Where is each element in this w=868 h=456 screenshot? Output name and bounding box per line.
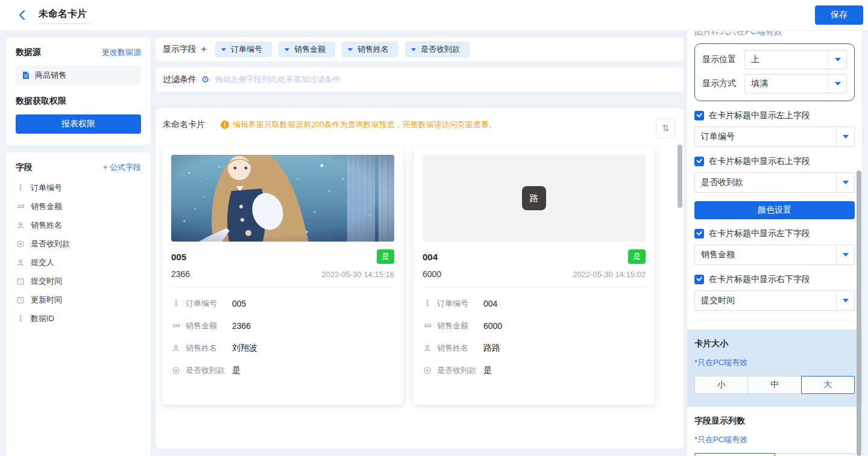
page-title[interactable]: 未命名卡片 <box>39 7 89 24</box>
select-value: 销售金额 <box>701 249 735 260</box>
card-subtitle: 6000 <box>423 269 441 279</box>
avatar-tile: 路 <box>522 186 546 210</box>
card-datetime: 2022-05-30 14:15:02 <box>573 270 646 279</box>
preview-title: 未命名卡片 <box>163 119 205 130</box>
datasource-item[interactable]: 商品销售 <box>16 66 141 85</box>
card-size-heading: 卡片大小 <box>694 339 855 349</box>
data-card[interactable]: 路 004 是 6000 2022-05-30 14:15:02 I订单编号 0… <box>414 146 655 405</box>
field-item[interactable]: 是否收到款 <box>16 234 141 253</box>
field-chip[interactable]: 销售金额 <box>278 42 335 57</box>
toggle-bottom-left-field[interactable]: 在卡片标题中显示左下字段 <box>694 228 855 239</box>
toggle-top-left-field[interactable]: 在卡片标题中显示左上字段 <box>694 110 855 121</box>
user-field-icon <box>171 345 181 352</box>
add-display-field-icon[interactable]: + <box>201 43 207 55</box>
gear-icon[interactable]: ⚙ <box>201 74 209 85</box>
chip-label: 销售金额 <box>294 44 326 55</box>
svg-text:7: 7 <box>19 299 22 302</box>
field-label: 数据ID <box>31 313 54 324</box>
select-value: 填满 <box>751 78 768 89</box>
card-field-value: 2366 <box>232 321 251 331</box>
report-permission-button[interactable]: 报表权限 <box>16 114 141 134</box>
display-position-select[interactable]: 上 <box>744 50 847 69</box>
number-field-icon: 123 <box>171 323 181 328</box>
checkbox-label: 在卡片标题中显示右下字段 <box>709 274 810 285</box>
card-field-value: 6000 <box>483 321 502 331</box>
select-value: 订单编号 <box>701 131 735 142</box>
top-left-field-select[interactable]: 订单编号 <box>694 126 855 147</box>
field-item[interactable]: 123 销售金额 <box>16 197 141 216</box>
field-chip[interactable]: 订单编号 <box>215 42 272 57</box>
field-label: 提交人 <box>31 257 54 268</box>
field-item[interactable]: 7 提交时间 <box>16 272 141 290</box>
settings-sidebar: 图片样式只在PC端有效 显示位置 上 显示方式 填满 在卡片标题中显示左上字段 <box>687 30 862 456</box>
field-item[interactable]: I 订单编号 <box>16 178 141 197</box>
back-icon[interactable] <box>16 9 28 21</box>
settings-scrollbar[interactable] <box>857 170 861 456</box>
field-item[interactable]: 7 更新时间 <box>16 290 141 309</box>
calendar-field-icon: 7 <box>16 278 25 285</box>
card-field-row: 销售姓名 刘翔波 <box>171 337 394 359</box>
divider <box>423 287 646 288</box>
chevron-down-icon <box>836 127 854 146</box>
field-columns-note: *只在PC端有效 <box>694 434 855 445</box>
top-bar: 未命名卡片 保存 <box>0 0 868 30</box>
card-field-value: 刘翔波 <box>232 343 257 354</box>
card-preview-panel: 未命名卡片 ! 编辑界面只取数据源前200条作为查询数据预览，完整数据请访问页面… <box>156 108 684 449</box>
field-item[interactable]: 销售姓名 <box>16 216 141 234</box>
card-size-option-medium[interactable]: 中 <box>747 376 801 394</box>
checkbox-checked-icon[interactable] <box>694 275 704 284</box>
toggle-bottom-right-field[interactable]: 在卡片标题中显示右下字段 <box>694 274 855 285</box>
chevron-down-icon <box>836 173 854 192</box>
filter-dropzone-placeholder[interactable]: 拖动左侧字段到此处来添加过滤条件 <box>215 74 340 85</box>
filter-bar: 过滤条件 ⚙ 拖动左侧字段到此处来添加过滤条件 <box>156 67 684 92</box>
card-field-label: 订单编号 <box>437 298 468 309</box>
data-card[interactable]: 005 是 2366 2022-05-30 14:15:16 I订单编号 005… <box>162 146 403 405</box>
bottom-right-field-select[interactable]: 提交时间 <box>694 290 855 311</box>
display-mode-label: 显示方式 <box>702 78 744 89</box>
checkbox-checked-icon[interactable] <box>694 229 704 239</box>
chevron-down-icon <box>836 291 854 310</box>
card-field-row: 123销售金额 2366 <box>171 314 394 337</box>
sort-button[interactable]: ⇅ <box>656 119 675 138</box>
card-image-placeholder: 路 <box>423 155 646 242</box>
main-area: 显示字段 + 订单编号 销售金额 销售姓名 是否收到款 过滤条件 ⚙ 拖动左侧字… <box>156 37 684 449</box>
card-datetime: 2022-05-30 14:15:16 <box>321 270 394 279</box>
toggle-top-right-field[interactable]: 在卡片标题中显示右上字段 <box>694 156 855 167</box>
field-label: 更新时间 <box>31 295 62 305</box>
chip-label: 订单编号 <box>231 44 262 55</box>
card-size-option-large[interactable]: 大 <box>801 376 855 394</box>
checkbox-checked-icon[interactable] <box>694 111 704 120</box>
display-mode-select[interactable]: 填满 <box>744 74 847 93</box>
field-label: 销售金额 <box>31 201 62 212</box>
columns-option-1[interactable]: 1列 <box>694 453 775 456</box>
card-field-value: 是 <box>483 365 492 376</box>
field-item[interactable]: I 数据ID <box>16 309 141 328</box>
color-settings-button[interactable]: 颜色设置 <box>694 201 855 219</box>
checkbox-checked-icon[interactable] <box>694 157 704 166</box>
select-value: 提交时间 <box>701 295 735 306</box>
card-size-section: 卡片大小 *只在PC端有效 小 中 大 <box>687 330 862 407</box>
field-chip[interactable]: 销售姓名 <box>342 42 398 57</box>
display-fields-bar: 显示字段 + 订单编号 销售金额 销售姓名 是否收到款 <box>156 37 684 61</box>
columns-option-2[interactable]: 2列 <box>775 453 855 456</box>
number-field-icon: 123 <box>423 323 432 328</box>
display-field-chips: 订单编号 销售金额 销售姓名 是否收到款 <box>215 42 470 57</box>
field-columns-section: 字段显示列数 *只在PC端有效 1列 2列 <box>687 407 862 456</box>
text-field-icon: I <box>423 299 432 308</box>
bottom-left-field-select[interactable]: 销售金额 <box>694 245 855 265</box>
chevron-down-icon <box>836 245 854 264</box>
add-formula-field-link[interactable]: + 公式字段 <box>103 162 141 173</box>
card-size-option-small[interactable]: 小 <box>694 376 748 394</box>
left-sidebar: 数据源 更改数据源 商品销售 数据获取权限 报表权限 字段 + 公式字段 I 订… <box>6 37 151 456</box>
card-field-row: 是否收到款 是 <box>423 359 646 381</box>
anime-illustration <box>171 155 394 242</box>
status-badge: 是 <box>377 249 394 264</box>
save-button[interactable]: 保存 <box>815 5 863 25</box>
preview-scrollbar[interactable] <box>678 145 682 208</box>
top-right-field-select[interactable]: 是否收到款 <box>694 172 855 193</box>
change-datasource-link[interactable]: 更改数据源 <box>102 47 141 58</box>
radio-field-icon <box>423 367 432 374</box>
field-item[interactable]: 提交人 <box>16 253 141 272</box>
field-chip[interactable]: 是否收到款 <box>405 42 470 57</box>
filter-label: 过滤条件 <box>163 74 197 85</box>
